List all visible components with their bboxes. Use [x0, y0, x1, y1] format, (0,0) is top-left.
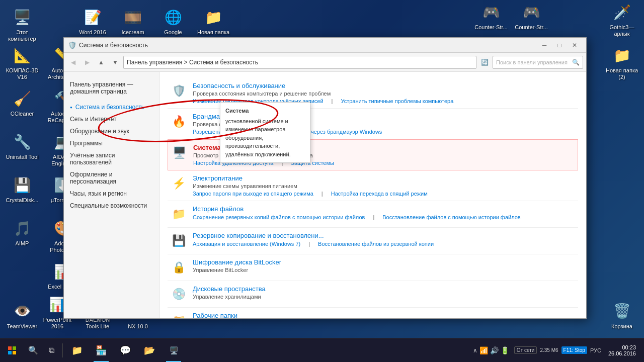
sidebar-home[interactable]: Панель управления — домашняя страница [64, 77, 159, 97]
security-title[interactable]: Безопасность и обслуживание [193, 82, 285, 89]
folders-title[interactable]: Рабочие папки [193, 312, 237, 318]
sidebar-item-system-security[interactable]: Система и безопасность [64, 101, 159, 113]
sidebar-hardware-label: Оборудование и звук [70, 128, 129, 135]
korzina-icon: 🗑️ [612, 301, 632, 321]
tray-volume-icon: 🔊 [490, 346, 499, 354]
taskbar-item-skype[interactable]: 💬 [113, 338, 137, 363]
forward-button[interactable]: ▶ [81, 56, 93, 68]
desktop-icon-novaya-papka[interactable]: 📁 Новая папка [193, 5, 233, 38]
desktop-icon-counter1[interactable]: 🎮 Counter-Str... [471, 0, 511, 33]
storage-title[interactable]: Дисковые пространства [193, 285, 266, 293]
sidebar-item-accounts[interactable]: Учётные записи пользователей [64, 149, 159, 168]
desktop-icon-novaya2[interactable]: 📁 Новая папка (2) [602, 43, 642, 82]
security-link-2[interactable]: Устранить типичные проблемы компьютера [341, 98, 453, 104]
sidebar-item-network[interactable]: Сеть и Интернет [64, 113, 159, 125]
word-label: Word 2016 [79, 29, 106, 36]
start-button[interactable] [0, 338, 24, 363]
network-status: От сети [514, 346, 537, 354]
search-button[interactable]: 🔍 [24, 338, 42, 363]
close-button[interactable]: ✕ [567, 38, 582, 52]
taskbar-item-files[interactable]: 📂 [137, 338, 162, 363]
skype-icon: 💬 [118, 343, 132, 357]
desktop-icon-kompas[interactable]: 📐 КОМПАС-3D V16 [2, 43, 42, 82]
address-path[interactable]: Панель управления > Система и безопаснос… [123, 56, 476, 69]
power-link-1[interactable]: Запрос пароля при выходе из спящего режи… [193, 191, 313, 197]
backup-title[interactable]: Резервное копирование и восстановлени... [193, 232, 324, 239]
sidebar-item-hardware[interactable]: Оборудование и звук [64, 125, 159, 137]
korzina-label: Корзина [611, 323, 632, 330]
sidebar-accessibility-label: Специальные возможности [70, 202, 147, 209]
sidebar-item-clock[interactable]: Часы, язык и регион [64, 188, 159, 200]
ccleaner-icon: 🧹 [12, 88, 32, 109]
section-storage: 💿 Дисковые пространства Управление храни… [168, 281, 578, 308]
storage-desc: Управление хранилищами [193, 294, 576, 300]
search-placeholder: Поиск в панели управления [496, 59, 568, 65]
desktop-icon-korzina[interactable]: 🗑️ Корзина [602, 299, 642, 332]
backup-links: Архивация и восстановление (Windows 7) |… [193, 241, 576, 247]
task-view-button[interactable]: ⧉ [42, 338, 60, 363]
backup-link-1[interactable]: Архивация и восстановление (Windows 7) [193, 241, 300, 247]
google-label: Google [164, 29, 182, 36]
desktop-icon-google[interactable]: 🌐 Google [153, 5, 193, 38]
content-area: Панель управления — домашняя страница Си… [64, 72, 586, 318]
taskbar-item-panel[interactable]: 🖥️ [162, 338, 186, 363]
desktop-icon-ccleaner[interactable]: 🧹 CCleaner [2, 86, 42, 119]
kompas-icon: 📐 [12, 45, 32, 65]
history-title[interactable]: История файлов [193, 205, 244, 213]
lang-indicator: РУС [590, 347, 601, 353]
desktop-icon-counter2[interactable]: 🎮 Counter-Str... [511, 0, 551, 33]
tray-up-arrow[interactable]: ∧ [473, 347, 477, 354]
security-content: Безопасность и обслуживание Проверка сос… [193, 82, 576, 104]
section-folders: 📁 Рабочие папки Управление рабочими папк… [168, 308, 578, 318]
kompas-label: КОМПАС-3D V16 [4, 67, 40, 80]
desktop-icon-gothic[interactable]: 🗡️ Gothic3— арлык [602, 0, 642, 39]
desktop-icon-crystaldisk[interactable]: 💾 CrystalDisk... [2, 173, 42, 206]
taskbar-right: ∧ 📶 🔊 🔋 От сети 2.35 M6 F11: Stop РУС 00… [467, 344, 644, 356]
power-title[interactable]: Электропитание [193, 174, 243, 182]
sidebar-item-appearance[interactable]: Оформление и персонализация [64, 168, 159, 188]
desktop-icon-word[interactable]: 📝 Word 2016 [72, 5, 113, 38]
taskbar: 🔍 ⧉ 📁 🏪 💬 📂 🖥️ ∧ 📶 [0, 338, 644, 362]
minimize-button[interactable]: ─ [537, 38, 552, 52]
search-box[interactable]: Поиск в панели управления 🔍 [493, 56, 583, 69]
taskbar-item-windows-store[interactable]: 🏪 [89, 338, 113, 363]
history-link-1[interactable]: Сохранение резервных копий файлов с помо… [193, 214, 365, 220]
refresh-button[interactable]: 🔄 [478, 56, 491, 68]
section-system: 🖥️ Система Просмотр объёма ОЗУ и скорост… [168, 139, 578, 170]
aimp-label: AIMP [16, 240, 29, 247]
novaya-papka-label: Новая папка [197, 29, 229, 36]
bitlocker-desc: Управление BitLocker [193, 267, 576, 273]
sidebar-item-accessibility[interactable]: Специальные возможности [64, 200, 159, 212]
crystaldisk-icon: 💾 [12, 175, 32, 195]
icecream-label: Icecream [121, 29, 144, 36]
svg-rect-1 [13, 346, 16, 350]
recent-button[interactable]: ▼ [109, 56, 121, 68]
desktop-icon-uninstall[interactable]: 🔧 Uninstall Tool [2, 130, 42, 162]
bitlocker-title[interactable]: Шифрование диска BitLocker [193, 258, 281, 266]
maximize-button[interactable]: □ [552, 38, 567, 52]
system-title[interactable]: Система [193, 144, 221, 151]
sidebar-item-programs[interactable]: Программы [64, 137, 159, 149]
power-link-2[interactable]: Настройка перехода в спящий режим [331, 191, 428, 197]
back-button[interactable]: ◀ [67, 56, 79, 68]
address-bar: ◀ ▶ ▲ ▼ Панель управления > Система и бе… [64, 53, 586, 72]
desktop-icon-icecream[interactable]: 🎞️ Icecream [113, 5, 153, 38]
sidebar-appearance-label: Оформление и персонализация [70, 171, 153, 185]
taskbar-item-explorer[interactable]: 📁 [65, 338, 89, 363]
history-link-2[interactable]: Восстановление файлов с помощью истории … [382, 214, 520, 220]
up-button[interactable]: ▲ [95, 56, 107, 68]
desktop-icon-computer[interactable]: 🖥️ Этот компьютер [2, 5, 42, 44]
computer-label: Этот компьютер [4, 29, 40, 42]
taskbar-clock[interactable]: 00:23 26.06.2016 [604, 344, 640, 356]
taskbar-items: 📁 🏪 💬 📂 🖥️ [65, 338, 467, 363]
sidebar-network-label: Сеть и Интернет [70, 116, 116, 123]
power-desc: Изменение схемы управления питанием [193, 183, 576, 189]
svg-rect-0 [8, 346, 12, 350]
aimp-icon: 🎵 [12, 218, 32, 238]
security-desc: Проверка состояния компьютера и решение … [193, 90, 576, 97]
history-links: Сохранение резервных копий файлов с помо… [193, 214, 576, 220]
security-icon: 🛡️ [170, 82, 188, 100]
desktop-icon-teamviewer[interactable]: 👁️ TeamViewer [2, 299, 42, 332]
backup-link-2[interactable]: Восстановление файлов из резервной копии [318, 241, 434, 247]
desktop-icon-aimp[interactable]: 🎵 AIMP [2, 216, 42, 249]
